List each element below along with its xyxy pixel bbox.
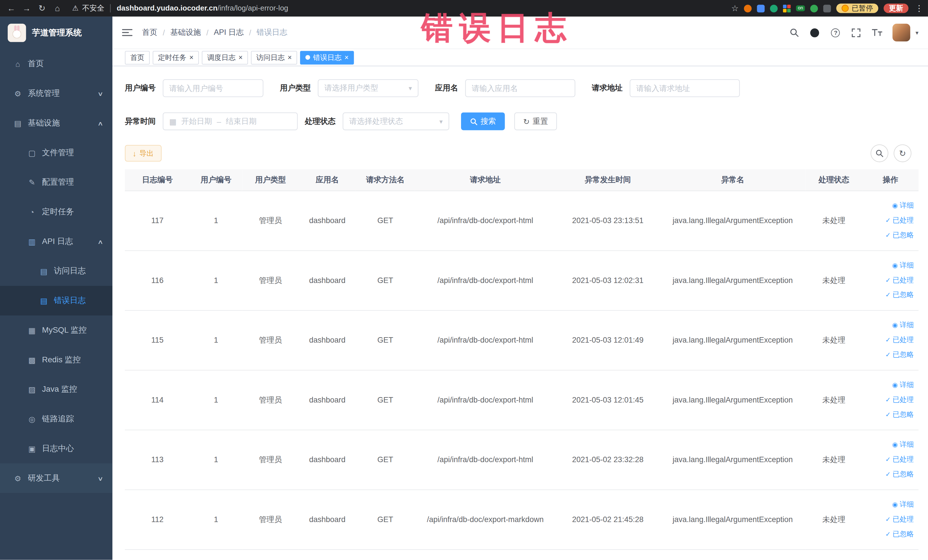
security-label: 不安全 <box>82 3 104 13</box>
config-icon: ✎ <box>27 178 37 186</box>
cell-log-id: 113 <box>125 430 190 490</box>
sidebar-item-log-center[interactable]: ▣ 日志中心 <box>0 434 112 464</box>
user-type-select[interactable]: 请选择用户类型 ▾ <box>318 79 418 97</box>
navbar: 首页 / 基础设施 / API 日志 / 错误日志 ? <box>112 17 928 49</box>
extension-icon-leaf[interactable] <box>810 5 818 12</box>
toggle-search-button[interactable] <box>871 144 888 162</box>
sidebar-item-java-monitor[interactable]: ▨ Java 监控 <box>0 375 112 404</box>
extension-icon-blue[interactable] <box>757 5 765 12</box>
app-logo[interactable]: 芋道管理系统 <box>0 17 112 49</box>
sidebar-item-redis-monitor[interactable]: ▩ Redis 监控 <box>0 345 112 375</box>
cell-user-type: 管理员 <box>242 250 299 310</box>
mark-processed-link[interactable]: ✓ 已处理 <box>865 333 914 348</box>
tab-scheduled-tasks[interactable]: 定时任务 × <box>153 50 199 64</box>
close-icon[interactable]: × <box>288 54 292 61</box>
calendar-icon: ▦ <box>169 117 177 126</box>
sidebar-item-home[interactable]: ⌂ 首页 <box>0 49 112 79</box>
extension-icon-green[interactable] <box>770 5 778 12</box>
detail-link[interactable]: ◉ 详细 <box>865 318 914 333</box>
sidebar-item-config-management[interactable]: ✎ 配置管理 <box>0 168 112 197</box>
tab-error-log[interactable]: 错误日志 × <box>300 50 354 64</box>
mark-ignored-link[interactable]: ✓ 已忽略 <box>865 348 914 362</box>
detail-link[interactable]: ◉ 详细 <box>865 378 914 392</box>
page-content: 用户编号 用户类型 请选择用户类型 ▾ 应用名 <box>112 66 928 560</box>
user-avatar[interactable] <box>892 24 910 41</box>
reload-icon[interactable]: ↻ <box>35 2 49 15</box>
home-icon[interactable]: ⌂ <box>51 2 64 15</box>
extension-icon-grid[interactable] <box>783 5 791 12</box>
forward-icon[interactable]: → <box>20 2 34 15</box>
mark-ignored-link[interactable]: ✓ 已忽略 <box>865 407 914 422</box>
caret-down-icon[interactable]: ▾ <box>916 29 918 36</box>
mark-processed-link[interactable]: ✓ 已处理 <box>865 512 914 527</box>
sidebar-item-dev-tools[interactable]: ⚙ 研发工具 ∨ <box>0 463 112 493</box>
paused-badge-button[interactable]: 已暂停 <box>836 3 878 13</box>
bookmark-star-icon[interactable]: ☆ <box>731 3 739 13</box>
date-range-picker[interactable]: ▦ 开始日期 – 结束日期 <box>163 112 298 130</box>
cell-url: /api/infra/db-doc/export-markdown <box>415 490 556 549</box>
close-icon[interactable]: × <box>345 54 349 61</box>
app-name-input[interactable] <box>465 79 575 97</box>
reset-button[interactable]: ↻ 重置 <box>514 112 557 130</box>
browser-menu-icon[interactable]: ⋮ <box>915 3 923 13</box>
sidebar-item-access-log[interactable]: ▤ 访问日志 <box>0 256 112 286</box>
close-icon[interactable]: × <box>189 54 194 61</box>
cell-method: GET <box>356 310 415 370</box>
mark-ignored-link[interactable]: ✓ 已忽略 <box>865 228 914 243</box>
help-icon[interactable]: ? <box>830 27 841 38</box>
sidebar-item-system-management[interactable]: ⚙ 系统管理 ∨ <box>0 79 112 108</box>
detail-link[interactable]: ◉ 详细 <box>865 437 914 452</box>
detail-link[interactable]: ◉ 详细 <box>865 258 914 273</box>
mark-processed-link[interactable]: ✓ 已处理 <box>865 452 914 467</box>
search-button[interactable]: 搜索 <box>461 112 505 130</box>
request-url-label: 请求地址 <box>592 83 623 93</box>
chevron-up-icon: ∧ <box>97 238 103 245</box>
address-bar[interactable]: dashboard.yudao.iocoder.cn /infra/log/ap… <box>117 4 288 12</box>
breadcrumb-infrastructure[interactable]: 基础设施 <box>170 27 201 38</box>
tab-home[interactable]: 首页 <box>125 50 150 64</box>
github-icon[interactable] <box>810 27 820 38</box>
cell-time: 2021-05-03 23:13:51 <box>556 191 660 250</box>
mark-ignored-link[interactable]: ✓ 已忽略 <box>865 526 914 542</box>
collapse-menu-icon[interactable] <box>122 29 132 37</box>
mark-processed-link[interactable]: ✓ 已处理 <box>865 392 914 407</box>
mark-ignored-link[interactable]: ✓ 已忽略 <box>865 288 914 302</box>
table-row: 114 1 管理员 dashboard GET /api/infra/db-do… <box>125 370 919 430</box>
site-security[interactable]: ⚠ 不安全 <box>72 3 104 13</box>
extension-icon-dark[interactable] <box>823 5 831 12</box>
sidebar-item-file-management[interactable]: ▢ 文件管理 <box>0 138 112 168</box>
search-icon[interactable] <box>789 27 799 38</box>
back-icon[interactable]: ← <box>5 2 18 15</box>
sidebar-item-tracing[interactable]: ◎ 链路追踪 <box>0 404 112 434</box>
detail-link[interactable]: ◉ 详细 <box>865 198 914 213</box>
active-dot <box>305 55 310 60</box>
extension-icon-orange[interactable] <box>744 5 752 12</box>
mark-ignored-link[interactable]: ✓ 已忽略 <box>865 467 914 482</box>
extension-on-badge[interactable]: on <box>796 5 805 11</box>
table-header: 日志编号 用户编号 用户类型 应用名 请求方法名 请求地址 异常发生时间 异常名… <box>125 169 919 191</box>
mark-processed-link[interactable]: ✓ 已处理 <box>865 213 914 228</box>
tab-dispatch-log[interactable]: 调度日志 × <box>202 50 248 64</box>
cell-user-type: 管理员 <box>242 370 299 430</box>
sidebar-item-mysql-monitor[interactable]: ▦ MySQL 监控 <box>0 316 112 345</box>
detail-link[interactable]: ◉ 详细 <box>865 497 914 512</box>
fullscreen-icon[interactable] <box>851 27 862 38</box>
sidebar-item-infrastructure[interactable]: ▤ 基础设施 ∧ <box>0 108 112 138</box>
sidebar-item-error-log[interactable]: ▤ 错误日志 <box>0 286 112 316</box>
mark-processed-link[interactable]: ✓ 已处理 <box>865 273 914 288</box>
process-status-select[interactable]: 请选择处理状态 ▾ <box>343 112 449 130</box>
breadcrumb-api-logs[interactable]: API 日志 <box>214 27 244 38</box>
close-icon[interactable]: × <box>238 54 243 61</box>
check-icon: ✓ <box>885 411 891 418</box>
java-icon: ▨ <box>27 385 37 394</box>
tab-access-log[interactable]: 访问日志 × <box>251 50 297 64</box>
user-id-input[interactable] <box>163 79 264 97</box>
export-button[interactable]: ↓ 导出 <box>125 145 162 162</box>
sidebar-item-api-logs[interactable]: ▥ API 日志 ∧ <box>0 227 112 256</box>
request-url-input[interactable] <box>630 79 740 97</box>
refresh-button[interactable]: ↻ <box>894 144 911 162</box>
sidebar-item-scheduled-tasks[interactable]: ◔ 定时任务 <box>0 197 112 227</box>
font-size-icon[interactable] <box>872 27 882 38</box>
breadcrumb-home[interactable]: 首页 <box>142 27 157 38</box>
update-button[interactable]: 更新 <box>884 3 908 13</box>
